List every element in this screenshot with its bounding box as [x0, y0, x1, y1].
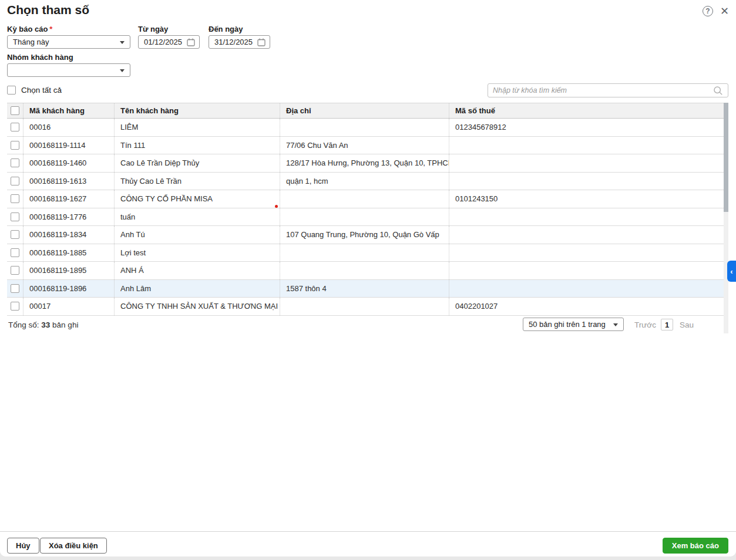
row-checkbox-cell	[7, 190, 23, 208]
row-checkbox[interactable]	[11, 284, 19, 293]
cell-customer-code: 000168119-1885	[23, 244, 115, 262]
scrollbar-thumb[interactable]	[724, 103, 728, 212]
calendar-icon[interactable]	[257, 38, 266, 47]
view-report-button[interactable]: Xem báo cáo	[663, 538, 728, 554]
cell-tax-code	[449, 244, 724, 262]
table-row[interactable]: 000168119-1613Thủy Cao Lê Trầnquận 1, hc…	[7, 173, 724, 191]
table-row[interactable]: 000168119-1895ANH Á	[7, 262, 724, 280]
search-field[interactable]	[488, 83, 728, 97]
row-checkbox-cell	[7, 298, 23, 315]
cell-address	[280, 262, 449, 279]
table-row[interactable]: 000168119-1627CÔNG TY CỔ PHẦN MISA010124…	[7, 190, 724, 208]
prev-page-button[interactable]: Trước	[634, 321, 656, 329]
to-date-input[interactable]	[214, 38, 257, 46]
table-row[interactable]: 000168119-1776tuấn	[7, 208, 724, 227]
column-header-customer-name[interactable]: Tên khách hàng	[115, 103, 280, 118]
row-checkbox-cell	[7, 154, 23, 172]
row-checkbox[interactable]	[11, 141, 19, 150]
cell-address: 1587 thôn 4	[280, 280, 449, 298]
cell-customer-name: CÔNG TY CỔ PHẦN MISA	[115, 190, 280, 208]
cell-tax-code	[449, 280, 724, 298]
help-icon[interactable]: ?	[703, 6, 713, 16]
cell-customer-code: 000168119-1776	[23, 208, 115, 226]
row-checkbox-cell	[7, 119, 23, 136]
clear-conditions-button[interactable]: Xóa điều kiện	[40, 538, 107, 554]
to-date-field[interactable]	[209, 35, 270, 49]
cell-customer-name: Anh Lâm	[115, 280, 280, 298]
cell-customer-name: Anh Tú	[115, 226, 280, 244]
cell-tax-code	[449, 154, 724, 172]
cell-customer-name: tuấn	[115, 208, 280, 226]
cell-tax-code: 0101243150	[449, 190, 724, 208]
close-icon[interactable]: ✕	[720, 6, 729, 16]
row-checkbox[interactable]	[11, 123, 19, 131]
cell-customer-code: 000168119-1834	[23, 226, 115, 244]
table-row[interactable]: 00016LIÊM012345678912	[7, 119, 724, 137]
select-all-label: Chọn tất cả	[21, 86, 62, 95]
cell-customer-code: 00017	[23, 298, 115, 315]
table-scrollbar[interactable]	[724, 103, 728, 333]
table-row[interactable]: 000168119-1114Tín 11177/06 Chu Văn An	[7, 137, 724, 155]
cell-customer-code: 000168119-1896	[23, 280, 115, 298]
search-input[interactable]	[493, 86, 713, 95]
row-checkbox[interactable]	[11, 266, 19, 275]
cell-tax-code	[449, 262, 724, 279]
cell-customer-name: ANH Á	[115, 262, 280, 279]
row-checkbox-cell	[7, 262, 23, 279]
search-icon[interactable]	[713, 86, 723, 96]
table-row[interactable]: 00017CÔNG TY TNHH SẢN XUẤT & THƯƠNG MẠI …	[7, 298, 724, 316]
report-period-label: Kỳ báo cáo*	[7, 25, 52, 33]
table-row[interactable]: 000168119-1885Lợi test	[7, 244, 724, 262]
report-period-value: Tháng này	[13, 38, 49, 46]
choose-parameters-dialog: Chọn tham số ? ✕ Kỳ báo cáo* Từ ngày Đến…	[0, 0, 736, 556]
select-all-checkbox[interactable]	[7, 86, 16, 95]
select-all-control[interactable]: Chọn tất cả	[7, 86, 62, 95]
row-checkbox[interactable]	[11, 177, 19, 185]
cell-customer-code: 00016	[23, 119, 115, 136]
header-icons: ? ✕	[703, 6, 729, 16]
row-checkbox[interactable]	[11, 158, 19, 167]
cell-customer-code: 000168119-1460	[23, 154, 115, 172]
column-header-tax-code[interactable]: Mã số thuế	[449, 103, 724, 118]
calendar-icon[interactable]	[186, 38, 196, 47]
column-header-customer-code[interactable]: Mã khách hàng	[23, 103, 115, 118]
customer-group-select[interactable]	[7, 63, 130, 77]
row-checkbox-cell	[7, 280, 23, 298]
row-checkbox-cell	[7, 208, 23, 226]
page-title: Chọn tham số	[7, 3, 89, 17]
row-checkbox[interactable]	[11, 212, 19, 221]
select-all-header-checkbox[interactable]	[11, 106, 19, 115]
cell-customer-name: Thủy Cao Lê Trần	[115, 173, 280, 190]
cell-address	[280, 298, 449, 315]
cancel-button[interactable]: Hủy	[7, 538, 39, 554]
column-header-address[interactable]: Địa chỉ	[280, 103, 449, 118]
cell-tax-code	[449, 226, 724, 244]
to-date-label: Đến ngày	[209, 25, 243, 33]
current-page-box[interactable]: 1	[661, 319, 673, 330]
cell-customer-code: 000168119-1114	[23, 137, 115, 154]
table-row[interactable]: 000168119-1460Cao Lê Trần Diệp Thủy128/1…	[7, 154, 724, 173]
required-asterisk: *	[49, 25, 52, 33]
cell-address	[280, 208, 449, 226]
from-date-field[interactable]	[138, 35, 200, 49]
chevron-left-icon: ‹	[730, 267, 732, 276]
table-row[interactable]: 000168119-1896Anh Lâm1587 thôn 4	[7, 280, 724, 298]
row-checkbox-cell	[7, 244, 23, 262]
row-checkbox[interactable]	[11, 194, 19, 203]
table-row[interactable]: 000168119-1834Anh Tú107 Quang Trung, Phư…	[7, 226, 724, 244]
expand-side-panel-button[interactable]: ‹	[727, 261, 736, 282]
from-date-input[interactable]	[144, 38, 186, 46]
cell-address	[280, 244, 449, 262]
cell-tax-code: 0402201027	[449, 298, 724, 315]
row-checkbox[interactable]	[11, 230, 19, 239]
page-size-value: 50 bản ghi trên 1 trang	[529, 320, 606, 329]
report-period-select[interactable]: Tháng này	[7, 35, 130, 49]
row-checkbox[interactable]	[11, 248, 19, 257]
cell-address: 77/06 Chu Văn An	[280, 137, 449, 154]
next-page-button[interactable]: Sau	[680, 321, 694, 329]
cell-tax-code	[449, 137, 724, 154]
row-checkbox[interactable]	[11, 302, 19, 311]
page-size-select[interactable]: 50 bản ghi trên 1 trang	[523, 318, 624, 331]
row-checkbox-cell	[7, 226, 23, 244]
cell-customer-code: 000168119-1613	[23, 173, 115, 190]
